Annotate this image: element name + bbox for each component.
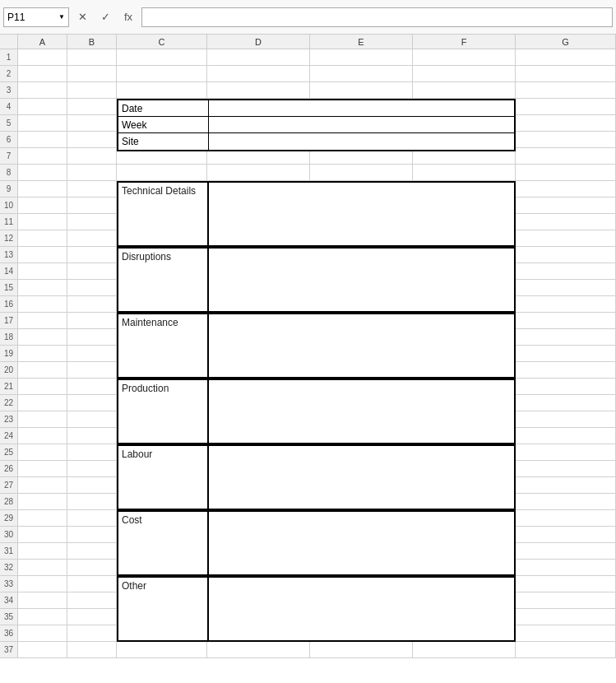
cell-b[interactable] [67, 609, 117, 625]
cell-a[interactable] [18, 625, 67, 642]
cell-f[interactable] [413, 642, 516, 658]
cell-g[interactable] [516, 230, 616, 247]
cell-a[interactable] [18, 477, 67, 494]
formula-cancel-button[interactable]: ✕ [72, 7, 92, 27]
cell-b[interactable] [67, 625, 117, 642]
cell-b[interactable] [67, 444, 117, 461]
cell-c[interactable] [117, 66, 207, 82]
section-content[interactable] [209, 446, 514, 509]
cell-b[interactable] [67, 494, 117, 510]
cell-d[interactable] [207, 165, 310, 181]
cell-b[interactable] [67, 66, 117, 82]
cell-a[interactable] [18, 642, 67, 658]
cell-a[interactable] [18, 527, 67, 543]
cell-a[interactable] [18, 592, 67, 609]
cell-b[interactable] [67, 181, 117, 197]
cell-g[interactable] [516, 49, 616, 66]
cell-b[interactable] [67, 510, 117, 527]
cell-b[interactable] [67, 362, 117, 379]
cell-a[interactable] [18, 247, 67, 263]
cell-g[interactable] [516, 543, 616, 560]
cell-g[interactable] [516, 115, 616, 132]
cell-g[interactable] [516, 609, 616, 625]
section-content[interactable] [209, 578, 514, 640]
cell-b[interactable] [67, 576, 117, 592]
cell-a[interactable] [18, 132, 67, 148]
cell-b[interactable] [67, 461, 117, 477]
cell-b[interactable] [67, 296, 117, 313]
formula-input[interactable] [141, 7, 613, 27]
cell-g[interactable] [516, 625, 616, 642]
cell-e[interactable] [310, 82, 413, 99]
cell-g[interactable] [516, 444, 616, 461]
cell-e[interactable] [310, 165, 413, 181]
cell-b[interactable] [67, 395, 117, 411]
cell-a[interactable] [18, 346, 67, 362]
cell-a[interactable] [18, 230, 67, 247]
cell-d[interactable] [207, 49, 310, 66]
cell-f[interactable] [413, 82, 516, 99]
cell-b[interactable] [67, 346, 117, 362]
cell-a[interactable] [18, 411, 67, 428]
cell-g[interactable] [516, 82, 616, 99]
cell-a[interactable] [18, 576, 67, 592]
section-content[interactable] [209, 249, 514, 311]
cell-a[interactable] [18, 214, 67, 230]
cell-a[interactable] [18, 148, 67, 165]
cell-g[interactable] [516, 576, 616, 592]
section-technical-details[interactable]: Technical Details [117, 181, 516, 247]
cell-b[interactable] [67, 148, 117, 165]
cell-b[interactable] [67, 313, 117, 329]
cell-g[interactable] [516, 197, 616, 214]
cell-b[interactable] [67, 82, 117, 99]
cell-g[interactable] [516, 247, 616, 263]
cell-a[interactable] [18, 494, 67, 510]
section-content[interactable] [209, 512, 514, 574]
cell-a[interactable] [18, 181, 67, 197]
cell-g[interactable] [516, 395, 616, 411]
cell-g[interactable] [516, 313, 616, 329]
cell-c[interactable] [117, 49, 207, 66]
section-content[interactable] [209, 380, 514, 443]
cell-c[interactable] [117, 642, 207, 658]
cell-c[interactable] [117, 165, 207, 181]
cell-b[interactable] [67, 165, 117, 181]
cell-g[interactable] [516, 263, 616, 280]
cell-g[interactable] [516, 560, 616, 576]
cell-g[interactable] [516, 592, 616, 609]
cell-g[interactable] [516, 181, 616, 197]
section-content[interactable] [209, 183, 514, 245]
cell-a[interactable] [18, 165, 67, 181]
cell-g[interactable] [516, 642, 616, 658]
section-other[interactable]: Other [117, 576, 516, 642]
cell-g[interactable] [516, 428, 616, 444]
cell-g[interactable] [516, 329, 616, 346]
cell-b[interactable] [67, 642, 117, 658]
cell-a[interactable] [18, 428, 67, 444]
cell-b[interactable] [67, 527, 117, 543]
cell-g[interactable] [516, 165, 616, 181]
cell-a[interactable] [18, 82, 67, 99]
cell-b[interactable] [67, 379, 117, 395]
cell-d[interactable] [207, 82, 310, 99]
cell-g[interactable] [516, 379, 616, 395]
cell-g[interactable] [516, 411, 616, 428]
cell-b[interactable] [67, 280, 117, 296]
cell-e[interactable] [310, 66, 413, 82]
cell-g[interactable] [516, 214, 616, 230]
cell-d[interactable] [207, 642, 310, 658]
cell-g[interactable] [516, 99, 616, 115]
cell-f[interactable] [413, 66, 516, 82]
section-labour[interactable]: Labour [117, 444, 516, 510]
cell-b[interactable] [67, 560, 117, 576]
cell-a[interactable] [18, 362, 67, 379]
cell-b[interactable] [67, 428, 117, 444]
section-content[interactable] [209, 314, 514, 377]
cell-a[interactable] [18, 461, 67, 477]
cell-a[interactable] [18, 444, 67, 461]
cell-b[interactable] [67, 230, 117, 247]
cell-g[interactable] [516, 148, 616, 165]
cell-f[interactable] [413, 165, 516, 181]
cell-a[interactable] [18, 197, 67, 214]
cell-g[interactable] [516, 346, 616, 362]
